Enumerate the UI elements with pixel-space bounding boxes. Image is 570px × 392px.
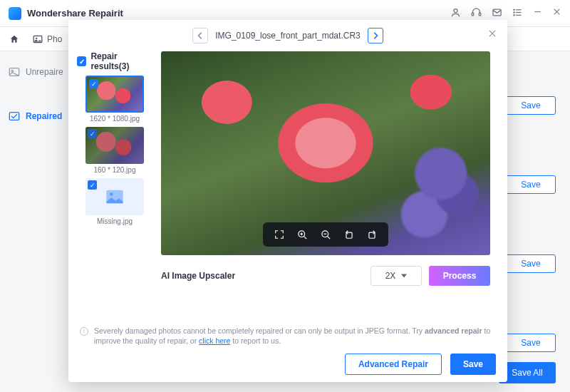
repair-results-header[interactable]: ✓ Repair results(3) <box>77 51 155 71</box>
fullscreen-icon[interactable] <box>274 229 284 239</box>
tab-home[interactable] <box>9 34 20 44</box>
sidebar: Unrepaire Repaired <box>0 51 78 153</box>
upscale-factor-select[interactable]: 2X <box>370 266 422 286</box>
app-logo <box>9 7 21 20</box>
image-toolbar <box>263 222 388 247</box>
window-close-icon[interactable] <box>552 7 561 20</box>
tab-photo[interactable]: Pho <box>33 34 62 44</box>
svg-rect-2 <box>479 13 481 16</box>
prev-file-button[interactable] <box>192 28 208 43</box>
sidebar-repaired-label: Repaired <box>26 111 62 121</box>
svg-line-23 <box>304 236 306 239</box>
bg-save-button[interactable]: Save <box>506 175 556 194</box>
chevron-down-icon <box>401 274 407 278</box>
thumb-checkbox[interactable]: ✓ <box>88 129 97 138</box>
svg-point-16 <box>11 70 14 72</box>
svg-point-7 <box>514 9 514 10</box>
minimize-icon[interactable] <box>533 7 542 20</box>
thumbnail-item[interactable]: ✓ 160 * 120.jpg <box>84 127 145 174</box>
info-icon: i <box>80 327 88 336</box>
upscaler-label: AI Image Upscaler <box>161 271 363 281</box>
upscale-value: 2X <box>385 271 396 281</box>
menu-list-icon[interactable] <box>512 7 523 20</box>
mail-icon[interactable] <box>492 7 502 20</box>
bg-save-button[interactable]: Save <box>506 96 556 115</box>
svg-point-0 <box>454 9 457 12</box>
advanced-repair-button[interactable]: Advanced Repair <box>345 354 442 375</box>
bg-save-button[interactable]: Save <box>506 254 556 273</box>
zoom-out-icon[interactable] <box>321 229 331 240</box>
thumb-label: 1620 * 1080.jpg <box>90 115 140 123</box>
thumbnail-item[interactable]: ✓ 1620 * 1080.jpg <box>84 76 145 123</box>
svg-point-8 <box>514 11 514 12</box>
svg-point-21 <box>110 192 113 196</box>
bg-save-button[interactable]: Save <box>506 334 556 352</box>
sidebar-unrepaired-label: Unrepaire <box>26 67 63 77</box>
zoom-in-icon[interactable] <box>297 229 308 240</box>
tab-photo-label: Pho <box>47 34 62 44</box>
next-file-button[interactable] <box>368 28 383 43</box>
close-icon[interactable] <box>487 29 497 41</box>
svg-rect-1 <box>472 13 474 16</box>
modal-footer: Advanced Repair Save <box>68 346 507 382</box>
bg-save-column: Save Save Save Save <box>506 96 556 352</box>
note-row: i Severely damaged photos cannot be comp… <box>68 326 507 346</box>
modal-header: IMG_0109_lose_front_part_mdat.CR3 <box>68 20 507 51</box>
thumb-label: 160 * 120.jpg <box>94 166 136 174</box>
svg-rect-17 <box>9 113 19 120</box>
save-button[interactable]: Save <box>450 354 496 375</box>
svg-point-14 <box>36 37 37 38</box>
rotate-left-icon[interactable] <box>344 229 354 239</box>
save-all-button[interactable]: Save All <box>499 362 556 383</box>
rotate-right-icon[interactable] <box>367 229 377 239</box>
repair-results-modal: IMG_0109_lose_front_part_mdat.CR3 ✓ Repa… <box>68 20 507 382</box>
report-link[interactable]: click here <box>199 336 230 345</box>
support-icon[interactable] <box>471 7 482 20</box>
user-icon[interactable] <box>450 7 461 20</box>
select-all-checkbox[interactable]: ✓ <box>77 56 86 66</box>
app-title: Wondershare Repairit <box>27 8 450 19</box>
missing-image-icon <box>105 188 125 205</box>
svg-point-9 <box>514 14 514 15</box>
thumb-checkbox[interactable]: ✓ <box>89 79 98 88</box>
svg-line-27 <box>327 236 330 239</box>
thumb-checkbox[interactable]: ✓ <box>88 180 97 190</box>
repair-results-label: Repair results(3) <box>90 51 155 71</box>
process-button[interactable]: Process <box>429 266 490 286</box>
note-text: Severely damaged photos cannot be comple… <box>94 326 496 346</box>
preview-image <box>161 51 490 255</box>
current-filename: IMG_0109_lose_front_part_mdat.CR3 <box>215 31 360 41</box>
thumb-label: Missing.jpg <box>97 217 133 225</box>
upscaler-row: AI Image Upscaler 2X Process <box>161 259 490 292</box>
thumbnail-item[interactable]: ✓ Missing.jpg <box>84 178 145 225</box>
